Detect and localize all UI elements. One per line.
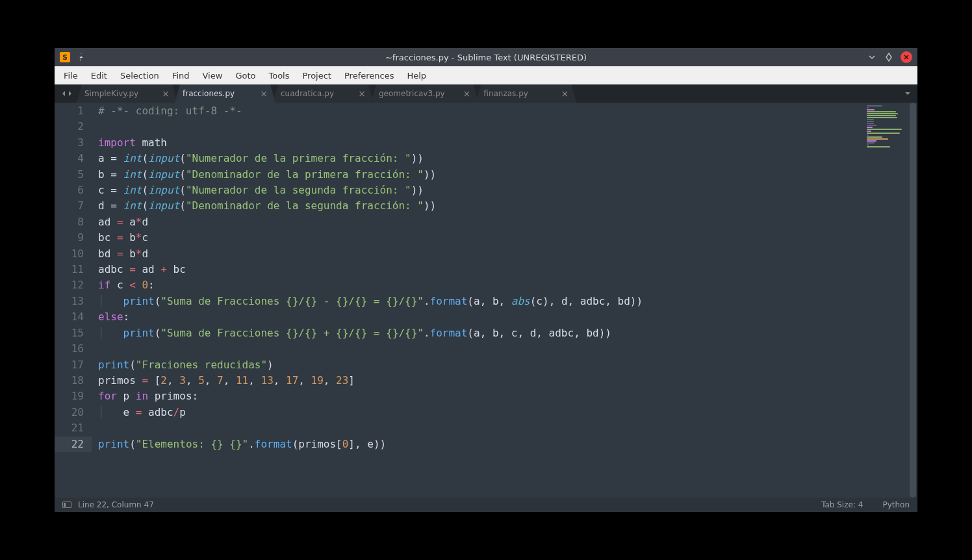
menu-help[interactable]: Help: [400, 71, 433, 81]
tab-close-icon[interactable]: ×: [561, 88, 569, 99]
code-editor[interactable]: # -*- coding: utf-8 -*- import matha = i…: [92, 103, 843, 498]
menu-find[interactable]: Find: [166, 71, 196, 81]
vertical-scrollbar[interactable]: [908, 103, 917, 498]
status-tab-size[interactable]: Tab Size: 4: [821, 500, 863, 509]
tab-label: geometricav3.py: [379, 89, 445, 98]
tab-label: cuadratica.py: [281, 89, 334, 98]
tab-simplekivy[interactable]: SimpleKivy.py ×: [77, 84, 177, 103]
menubar: File Edit Selection Find View Goto Tools…: [55, 66, 917, 84]
tab-nav-arrows[interactable]: [55, 84, 79, 103]
minimap-content: [867, 105, 906, 144]
tab-prev-icon: [61, 90, 66, 97]
menu-edit[interactable]: Edit: [84, 71, 114, 81]
minimize-icon[interactable]: [867, 52, 877, 62]
status-cursor-position[interactable]: Line 22, Column 47: [78, 500, 154, 509]
menu-goto[interactable]: Goto: [229, 71, 262, 81]
status-syntax[interactable]: Python: [882, 500, 910, 509]
tab-label: finanzas.py: [483, 89, 528, 98]
status-right: Tab Size: 4 Python: [821, 500, 910, 509]
menu-project[interactable]: Project: [296, 71, 337, 81]
app-icon: S: [60, 52, 70, 62]
tab-fracciones[interactable]: fracciones.py ×: [175, 84, 275, 103]
menu-tools[interactable]: Tools: [262, 71, 296, 81]
tab-finanzas[interactable]: finanzas.py ×: [476, 84, 576, 103]
status-bar: Line 22, Column 47 Tab Size: 4 Python: [55, 498, 917, 512]
tab-next-icon: [68, 90, 73, 97]
minimap[interactable]: [843, 103, 908, 498]
menu-file[interactable]: File: [57, 71, 84, 81]
tab-label: fracciones.py: [183, 89, 235, 98]
tab-overflow-button[interactable]: [898, 84, 917, 103]
tab-close-icon[interactable]: ×: [463, 88, 471, 99]
menu-selection[interactable]: Selection: [114, 71, 166, 81]
tab-close-icon[interactable]: ×: [162, 88, 170, 99]
window-title: ~fracciones.py - Sublime Text (UNREGISTE…: [385, 53, 587, 62]
editor-area: 12345678910111213141516171819202122 # -*…: [55, 103, 917, 498]
titlebar-controls: [867, 51, 912, 63]
menu-view[interactable]: View: [196, 71, 229, 81]
tab-label: SimpleKivy.py: [84, 89, 138, 98]
tab-close-icon[interactable]: ×: [358, 88, 366, 99]
titlebar[interactable]: S ~fracciones.py - Sublime Text (UNREGIS…: [55, 48, 917, 66]
line-number-gutter[interactable]: 12345678910111213141516171819202122: [55, 103, 92, 498]
pin-icon: [77, 53, 86, 62]
panel-toggle-icon[interactable]: [62, 502, 71, 508]
chevron-down-icon: [904, 91, 911, 96]
scrollbar-thumb[interactable]: [910, 103, 916, 498]
titlebar-left: S: [60, 52, 86, 62]
tab-bar: SimpleKivy.py × fracciones.py × cuadrati…: [55, 84, 917, 103]
maximize-icon[interactable]: [884, 52, 894, 62]
close-button[interactable]: [901, 51, 912, 63]
tab-cuadratica[interactable]: cuadratica.py ×: [273, 84, 374, 103]
menu-preferences[interactable]: Preferences: [338, 71, 400, 81]
close-icon: [903, 54, 910, 60]
tab-geometrica[interactable]: geometricav3.py ×: [371, 84, 478, 103]
tab-close-icon[interactable]: ×: [260, 88, 268, 99]
sublime-text-window: S ~fracciones.py - Sublime Text (UNREGIS…: [55, 48, 917, 512]
